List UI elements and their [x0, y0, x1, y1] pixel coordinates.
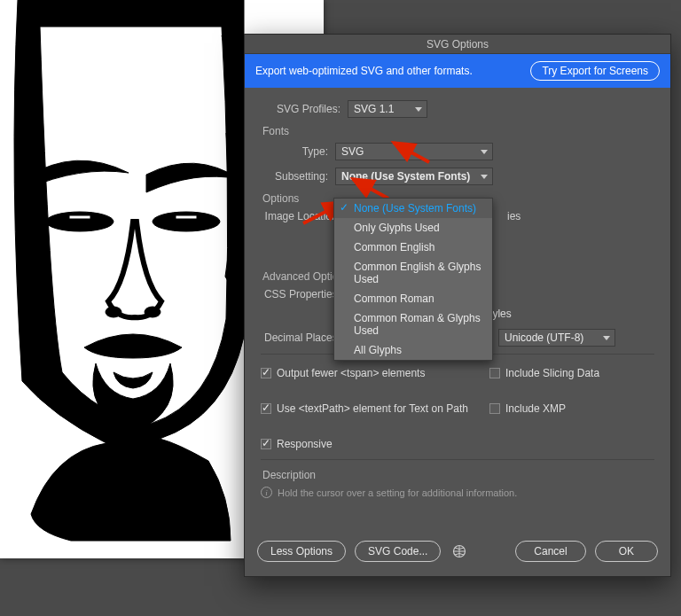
subsetting-option-common-english[interactable]: Common English	[334, 238, 492, 257]
encoding-select[interactable]: Unicode (UTF-8)	[498, 329, 615, 347]
svg-options-dialog: SVG Options Export web-optimized SVG and…	[244, 34, 671, 577]
fonts-section-label: Fonts	[262, 125, 654, 137]
svg-code-button[interactable]: SVG Code...	[355, 541, 441, 562]
svg-rect-4	[176, 215, 197, 219]
svg-point-2	[153, 212, 220, 231]
subsetting-select[interactable]: None (Use System Fonts)	[335, 168, 493, 185]
svg-point-1	[46, 212, 114, 231]
subsetting-option-common-roman[interactable]: Common Roman	[334, 289, 492, 308]
description-text: Hold the cursor over a setting for addit…	[278, 487, 517, 498]
svg-point-6	[145, 307, 160, 317]
responsive-checkbox[interactable]	[261, 439, 271, 449]
use-textpath-label: Use <textPath> element for Text on Path	[277, 402, 468, 415]
try-export-for-screens-button[interactable]: Try Export for Screens	[530, 61, 660, 81]
subsetting-option-common-roman-glyphs[interactable]: Common Roman & Glyphs Used	[334, 308, 492, 340]
less-options-button[interactable]: Less Options	[257, 541, 346, 562]
font-type-label: Type:	[261, 145, 335, 158]
info-icon: i	[261, 487, 272, 498]
svg-rect-3	[69, 215, 90, 219]
subsetting-option-common-english-glyphs[interactable]: Common English & Glyphs Used	[334, 257, 492, 289]
description-section-label: Description	[262, 469, 654, 481]
subsetting-option-all-glyphs[interactable]: All Glyphs	[334, 340, 492, 360]
subsetting-option-none[interactable]: None (Use System Fonts)	[334, 199, 492, 218]
export-banner: Export web-optimized SVG and other forma…	[245, 54, 670, 88]
subsetting-option-only-glyphs[interactable]: Only Glyphs Used	[334, 218, 492, 238]
dialog-body: SVG Profiles: SVG 1.1 Fonts Type: SVG Su…	[245, 88, 670, 532]
use-textpath-checkbox[interactable]	[261, 403, 271, 414]
cancel-button[interactable]: Cancel	[515, 541, 585, 562]
include-slicing-label: Include Slicing Data	[505, 367, 599, 379]
svg-profiles-label: SVG Profiles:	[261, 103, 348, 115]
image-location-trail: ies	[507, 210, 521, 222]
subsetting-dropdown: None (Use System Fonts) Only Glyphs Used…	[333, 198, 493, 361]
include-xmp-checkbox[interactable]	[489, 403, 500, 414]
globe-icon[interactable]	[450, 542, 469, 561]
output-fewer-tspan-label: Output fewer <tspan> elements	[277, 367, 425, 379]
subsetting-label: Subsetting:	[261, 170, 335, 183]
svg-point-5	[106, 307, 121, 317]
output-fewer-tspan-checkbox[interactable]	[261, 368, 271, 378]
font-type-select[interactable]: SVG	[335, 143, 493, 160]
include-xmp-label: Include XMP	[505, 402, 566, 415]
responsive-label: Responsive	[277, 438, 333, 450]
svg-profiles-select[interactable]: SVG 1.1	[348, 100, 427, 118]
dialog-footer: Less Options SVG Code... Cancel OK	[245, 532, 670, 576]
dialog-title: SVG Options	[245, 35, 670, 54]
banner-text: Export web-optimized SVG and other forma…	[255, 65, 473, 77]
ok-button[interactable]: OK	[595, 541, 658, 562]
include-slicing-checkbox[interactable]	[489, 368, 500, 378]
